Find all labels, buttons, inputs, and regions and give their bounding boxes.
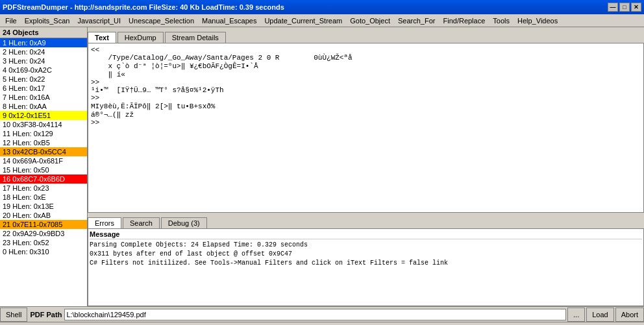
tab-text[interactable]: Text [88,32,116,43]
stream-view: << /Type/Catalog/_Go_Away/Santa/Pages 2 … [88,43,644,213]
menu-item-search-for[interactable]: Search_For [394,16,439,26]
object-list-item[interactable]: 15 HLen: 0x50 [0,165,87,175]
menu-item-exploits-scan[interactable]: Exploits_Scan [21,16,74,26]
object-list-header: 24 Objects [0,27,87,38]
shell-button[interactable]: Shell [0,307,27,322]
tab-stream-details[interactable]: Stream Details [165,32,226,43]
path-bar: Shell PDF Path ... Load Abort [0,306,644,322]
window-controls: — □ ✕ [608,3,641,12]
title-bar: PDFStreamDumper - http://sandsprite.com … [0,0,644,14]
object-list-item[interactable]: 11 HLen: 0x129 [0,129,87,138]
tab-errors[interactable]: Errors [88,217,121,228]
pdf-path-label: PDF Path [27,311,64,319]
message-tab-bar: Errors Search Debug (3) [88,213,644,228]
message-line: Parsing Complete Objects: 24 Elapsed Tim… [90,241,642,250]
object-list-item[interactable]: 13 0x42CB-0x5CC4 [0,147,87,156]
message-line: C# Filters not initilized. See Tools->Ma… [90,259,642,268]
object-list-item[interactable]: 19 HLen: 0x13E [0,202,87,211]
menu-item-javascript-ui[interactable]: Javascript_UI [73,16,125,26]
load-button[interactable]: Load [586,307,613,322]
object-list-item[interactable]: 2 HLen: 0x24 [0,47,87,56]
object-list-item[interactable]: 3 HLen: 0x24 [0,56,87,66]
object-list-item[interactable]: 22 0x9A29-0x9BD3 [0,229,87,238]
close-button[interactable]: ✕ [631,3,641,12]
pdf-path-input[interactable] [64,309,566,320]
object-list-item[interactable]: 20 HLen: 0xAB [0,211,87,220]
object-list-item[interactable]: 17 HLen: 0x23 [0,184,87,193]
tab-debug[interactable]: Debug (3) [161,217,207,228]
object-list-item[interactable]: 23 HLen: 0x52 [0,238,87,247]
main-layout: 24 Objects 1 HLen: 0xA92 HLen: 0x243 HLe… [0,27,644,306]
tab-search[interactable]: Search [123,217,160,228]
object-list-panel: 24 Objects 1 HLen: 0xA92 HLen: 0x243 HLe… [0,27,88,306]
object-list-item[interactable]: 12 HLen: 0xB5 [0,138,87,147]
object-list-item[interactable]: 4 0x169-0xA2C [0,66,87,75]
status-bar: Streams: 8JS: 0Embeds: 0Pages: 2TTF: 3U3… [0,322,644,325]
menu-item-manual-escapes[interactable]: Manual_Escapes [198,16,260,26]
object-list-item[interactable]: 9 0x12-0x1E51 [0,111,87,120]
tab-hexdump[interactable]: HexDump [118,32,164,43]
menu-item-help-videos[interactable]: Help_Videos [514,16,562,26]
object-list-item[interactable]: 6 HLen: 0x17 [0,84,87,93]
menu-bar: FileExploits_ScanJavascript_UIUnescape_S… [0,14,644,27]
object-list-item[interactable]: 10 0x3F38-0x4114 [0,120,87,129]
menu-item-tools[interactable]: Tools [489,16,514,26]
maximize-button[interactable]: □ [619,3,630,12]
menu-item-find-replace[interactable]: Find/Replace [439,16,489,26]
menu-item-update-current-stream[interactable]: Update_Current_Stream [260,16,346,26]
object-list-item[interactable]: 18 HLen: 0xE [0,193,87,202]
object-list-item[interactable]: 7 HLen: 0x16A [0,93,87,102]
menu-item-file[interactable]: File [1,16,21,26]
object-list-item[interactable]: 16 0x68C7-0x6B6D [0,175,87,184]
object-list-item[interactable]: 5 HLen: 0x22 [0,75,87,84]
object-list-item[interactable]: 14 0x669A-0x681F [0,156,87,165]
dots-button[interactable]: ... [567,307,585,322]
menu-item-unescape-selection[interactable]: Unescape_Selection [125,16,198,26]
minimize-button[interactable]: — [608,3,618,12]
menu-item-goto-object[interactable]: Goto_Object [346,16,394,26]
message-content: Parsing Complete Objects: 24 Elapsed Tim… [90,241,642,268]
stream-content: << /Type/Catalog/_Go_Away/Santa/Pages 2 … [91,46,641,126]
message-area: Message Parsing Complete Objects: 24 Ela… [88,228,644,306]
object-list-item[interactable]: 8 HLen: 0xAA [0,102,87,111]
message-line: 0x311 bytes after end of last object @ o… [90,250,642,259]
object-list-items: 1 HLen: 0xA92 HLen: 0x243 HLen: 0x244 0x… [0,38,87,256]
title-text: PDFStreamDumper - http://sandsprite.com … [3,3,608,11]
object-list-item[interactable]: 21 0x7E11-0x7085 [0,220,87,229]
object-list-item[interactable]: 1 HLen: 0xA9 [0,38,87,47]
object-list-item[interactable]: 0 HLen: 0x310 [0,247,87,256]
right-panel: Text HexDump Stream Details << /Type/Cat… [88,27,644,306]
message-header: Message [90,230,642,239]
abort-button[interactable]: Abort [615,307,644,322]
stream-tab-bar: Text HexDump Stream Details [88,27,644,43]
